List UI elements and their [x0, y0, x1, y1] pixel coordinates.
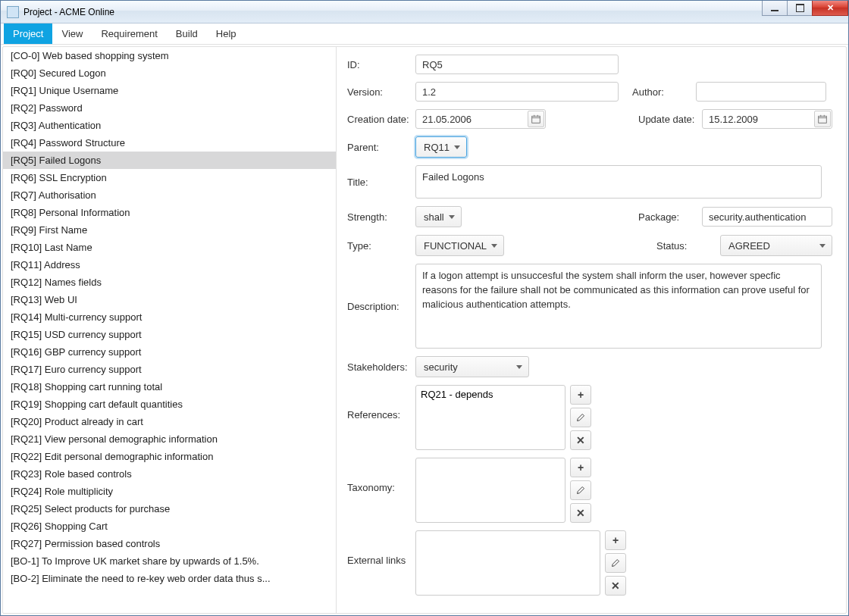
- status-label: Status:: [656, 240, 716, 252]
- title-label: Title:: [347, 177, 411, 188]
- menu-build[interactable]: Build: [167, 23, 207, 44]
- maximize-button[interactable]: [787, 1, 813, 16]
- menu-requirement[interactable]: Requirement: [92, 23, 166, 44]
- creation-date-field[interactable]: [415, 109, 546, 129]
- taxonomy-edit-button[interactable]: [570, 480, 591, 500]
- list-item[interactable]: [RQ18] Shopping cart running total: [3, 378, 336, 396]
- list-item[interactable]: [RQ20] Product already in cart: [3, 413, 336, 430]
- list-item[interactable]: [RQ10] Last Name: [3, 239, 336, 256]
- list-item[interactable]: [RQ3] Authentication: [3, 117, 336, 134]
- list-item[interactable]: [RQ26] Shopping Cart: [3, 518, 336, 535]
- list-item[interactable]: [RQ12] Names fields: [3, 274, 336, 291]
- list-item[interactable]: [CO-0] Web based shopping system: [3, 47, 336, 64]
- status-combo[interactable]: AGREED: [720, 235, 832, 256]
- menu-help[interactable]: Help: [207, 23, 246, 44]
- package-label: Package:: [638, 211, 697, 223]
- references-label: References:: [347, 385, 411, 421]
- update-date-picker-button[interactable]: [814, 111, 831, 127]
- taxonomy-label: Taxonomy:: [347, 458, 411, 493]
- external-links-list[interactable]: [415, 530, 600, 596]
- strength-combo[interactable]: shall: [415, 206, 462, 227]
- window-title: Project - ACME Online: [23, 7, 114, 17]
- references-edit-button[interactable]: [570, 408, 591, 427]
- pencil-icon: [611, 558, 620, 568]
- pencil-icon: [576, 486, 585, 495]
- references-remove-button[interactable]: ✕: [570, 430, 591, 450]
- window-controls: [763, 1, 848, 16]
- titlebar: Project - ACME Online: [1, 1, 848, 23]
- version-label: Version:: [347, 86, 411, 98]
- list-item[interactable]: [RQ21] View personal demographic informa…: [3, 430, 336, 448]
- author-field[interactable]: [696, 82, 826, 102]
- list-item[interactable]: [RQ16] GBP currency support: [3, 343, 336, 361]
- detail-panel: ID: Version: Author: Creation date: Up: [337, 47, 846, 613]
- update-date-field[interactable]: [702, 109, 832, 129]
- description-field[interactable]: [415, 264, 822, 349]
- status-value: AGREED: [728, 240, 770, 252]
- svg-rect-4: [819, 116, 827, 123]
- app-icon: [7, 6, 19, 18]
- list-item[interactable]: [RQ1] Unique Username: [3, 82, 336, 99]
- taxonomy-remove-button[interactable]: ✕: [570, 503, 591, 523]
- svg-rect-0: [532, 116, 540, 123]
- list-item[interactable]: [RQ5] Failed Logons: [3, 152, 336, 169]
- content-area: [CO-0] Web based shopping system[RQ0] Se…: [2, 46, 847, 614]
- list-item[interactable]: [RQ25] Select products for purchase: [3, 500, 336, 518]
- external-links-label: External links: [347, 530, 411, 566]
- list-item[interactable]: [RQ4] Password Structure: [3, 134, 336, 152]
- list-item[interactable]: [BO-2] Eliminate the need to re-key web …: [3, 570, 336, 587]
- list-item[interactable]: [RQ22] Edit personal demographic informa…: [3, 448, 336, 465]
- id-label: ID:: [347, 59, 411, 70]
- list-item[interactable]: [BO-1] To Improve UK market share by upw…: [3, 552, 336, 570]
- taxonomy-add-button[interactable]: +: [570, 458, 591, 477]
- creation-date-picker-button[interactable]: [528, 111, 544, 127]
- list-item[interactable]: [RQ27] Permission based controls: [3, 535, 336, 552]
- title-field[interactable]: [415, 165, 822, 199]
- description-label: Description:: [347, 301, 411, 312]
- list-item[interactable]: [RQ19] Shopping cart default quantities: [3, 396, 336, 413]
- external-links-add-button[interactable]: +: [605, 530, 626, 550]
- list-item[interactable]: [RQ23] Role based controls: [3, 465, 336, 483]
- list-item[interactable]: [RQ7] Authorisation: [3, 186, 336, 204]
- list-item[interactable]: RQ21 - depends: [421, 389, 560, 400]
- list-item[interactable]: [RQ9] First Name: [3, 221, 336, 239]
- menu-view[interactable]: View: [52, 23, 92, 44]
- minimize-button[interactable]: [762, 1, 788, 16]
- stakeholders-value: security: [424, 361, 458, 373]
- pencil-icon: [576, 413, 585, 422]
- list-item[interactable]: [RQ6] SSL Encryption: [3, 169, 336, 186]
- list-item[interactable]: [RQ24] Role multiplicity: [3, 483, 336, 500]
- list-item[interactable]: [RQ17] Euro currency support: [3, 361, 336, 378]
- strength-value: shall: [424, 211, 444, 223]
- close-button[interactable]: [812, 1, 848, 16]
- stakeholders-label: Stakeholders:: [347, 361, 411, 373]
- stakeholders-combo[interactable]: security: [415, 356, 529, 377]
- external-links-remove-button[interactable]: ✕: [605, 576, 626, 596]
- requirement-list[interactable]: [CO-0] Web based shopping system[RQ0] Se…: [3, 47, 337, 613]
- parent-label: Parent:: [347, 142, 411, 153]
- parent-value: RQ11: [424, 142, 450, 153]
- list-item[interactable]: [RQ11] Address: [3, 256, 336, 274]
- version-field[interactable]: [415, 82, 619, 102]
- references-list[interactable]: RQ21 - depends: [415, 385, 565, 450]
- external-links-edit-button[interactable]: [605, 553, 626, 573]
- references-add-button[interactable]: +: [570, 385, 591, 405]
- author-label: Author:: [632, 86, 691, 98]
- list-item[interactable]: [RQ0] Secured Logon: [3, 64, 336, 82]
- list-item[interactable]: [RQ14] Multi-currency support: [3, 308, 336, 326]
- menu-project[interactable]: Project: [4, 23, 52, 44]
- strength-label: Strength:: [347, 211, 411, 223]
- parent-combo[interactable]: RQ11: [415, 136, 467, 158]
- type-combo[interactable]: FUNCTIONAL: [415, 235, 504, 256]
- list-item[interactable]: [RQ15] USD currency support: [3, 326, 336, 343]
- list-item[interactable]: [RQ8] Personal Information: [3, 204, 336, 221]
- list-item[interactable]: [RQ13] Web UI: [3, 291, 336, 308]
- calendar-icon: [531, 114, 540, 124]
- taxonomy-list[interactable]: [415, 458, 565, 523]
- creation-date-label: Creation date:: [347, 114, 411, 125]
- menubar: ProjectViewRequirementBuildHelp: [1, 23, 848, 45]
- package-field[interactable]: [702, 207, 832, 227]
- type-value: FUNCTIONAL: [424, 240, 487, 252]
- list-item[interactable]: [RQ2] Password: [3, 99, 336, 117]
- id-field[interactable]: [415, 55, 619, 74]
